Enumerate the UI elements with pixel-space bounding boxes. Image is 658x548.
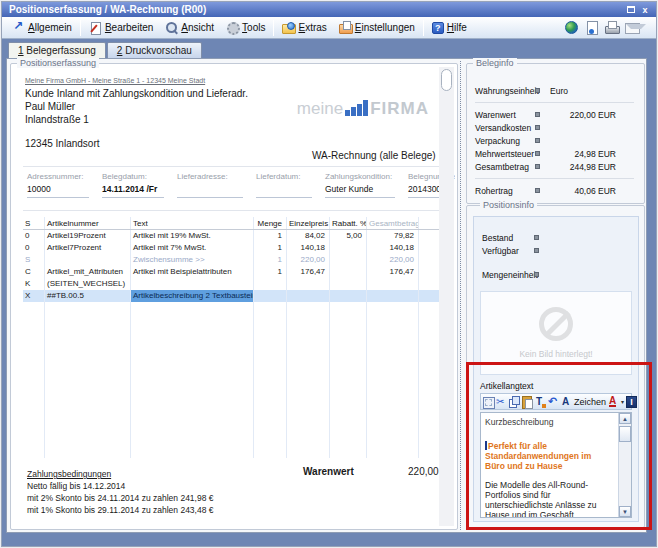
table-cell[interactable]: 79,82	[367, 230, 419, 242]
mail-icon[interactable]	[625, 21, 638, 34]
table-cell[interactable]: Artikel_mit_Attributen	[45, 266, 131, 278]
table-cell[interactable]	[254, 278, 287, 290]
folder-settings-icon	[339, 21, 352, 34]
font-icon[interactable]	[561, 396, 572, 408]
table-cell[interactable]: (SEITEN_WECHSEL)	[45, 278, 131, 290]
table-cell[interactable]	[45, 254, 131, 266]
restore-window-button[interactable]	[624, 4, 638, 16]
table-cell[interactable]	[330, 266, 367, 278]
table-cell[interactable]: Artikel mit 19% MwSt.	[131, 230, 254, 242]
table-cell[interactable]	[367, 278, 419, 290]
table-cell[interactable]: 176,47	[287, 266, 330, 278]
table-cell[interactable]	[330, 278, 367, 290]
menu-item-hilfe[interactable]: Hilfe	[426, 20, 473, 36]
content-area: 1 Belegerfassung2 Druckvorschau Position…	[2, 40, 656, 546]
table-cell[interactable]	[131, 278, 254, 290]
font-color-icon[interactable]	[608, 396, 619, 408]
document-icon[interactable]	[585, 21, 598, 34]
field-label: Lieferdatum:	[256, 172, 320, 184]
menu-item-label: Tools	[242, 22, 265, 33]
panel-splitter[interactable]	[460, 61, 461, 530]
dropdown-caret-icon[interactable]: ▾	[621, 396, 624, 408]
table-cell[interactable]: Artikel mit Beispielattributen	[131, 266, 254, 278]
table-cell[interactable]: 1	[254, 266, 287, 278]
table-cell[interactable]: 0	[23, 230, 45, 242]
table-row[interactable]: K(SEITEN_WECHSEL)	[23, 278, 441, 290]
table-cell[interactable]: ##TB.00.5	[45, 290, 131, 302]
table-cell[interactable]: X	[23, 290, 45, 302]
window-titlebar[interactable]: Positionserfassung / WA-Rechnung (R00) x	[2, 2, 656, 17]
tab-1-belegerfassung[interactable]: 1 Belegerfassung	[8, 42, 106, 58]
menu-item-allgemein[interactable]: Allgemein	[6, 19, 78, 36]
globe-icon[interactable]	[565, 21, 578, 34]
menu-item-tools[interactable]: Tools	[220, 19, 271, 36]
table-cell[interactable]: K	[23, 278, 45, 290]
table-row[interactable]: X##TB.00.5Artikelbeschreibung 2 Textbaus…	[23, 290, 441, 302]
table-empty-grid	[23, 302, 441, 458]
table-cell[interactable]: 1	[254, 230, 287, 242]
table-cell[interactable]: 5,00	[330, 230, 367, 242]
menu-item-bearbeiten[interactable]: Bearbeiten	[83, 19, 159, 36]
field-value[interactable]	[256, 184, 312, 198]
field-value[interactable]	[177, 184, 243, 198]
table-cell[interactable]: S	[23, 254, 45, 266]
bold-box-icon[interactable]	[626, 396, 637, 408]
table-row[interactable]: SZwischensumme >>1220,00220,00	[23, 254, 441, 266]
table-cell[interactable]: 140,18	[287, 242, 330, 254]
table-cell[interactable]: Artikel7Prozent	[45, 242, 131, 254]
beleginfo-label: Gesamtbetrag	[475, 162, 535, 172]
cut-icon[interactable]	[496, 396, 507, 408]
undo-icon[interactable]	[548, 396, 559, 408]
tab-2-druckvorschau[interactable]: 2 Druckvorschau	[107, 42, 202, 58]
table-row[interactable]: CArtikel_mit_AttributenArtikel mit Beisp…	[23, 266, 441, 278]
table-cell[interactable]	[330, 242, 367, 254]
table-cell[interactable]	[367, 290, 419, 302]
table-row[interactable]: 0Artikel19ProzentArtikel mit 19% MwSt.18…	[23, 230, 441, 242]
beleginfo-value: 24,98 EUR	[546, 149, 634, 159]
menu-item-ansicht[interactable]: Ansicht	[159, 19, 220, 36]
scroll-down-button[interactable]: ▼	[619, 506, 631, 517]
table-row[interactable]: 0Artikel7ProzentArtikel mit 7% MwSt.1140…	[23, 242, 441, 254]
copy-icon[interactable]	[509, 396, 520, 408]
document-scrollbar[interactable]	[439, 67, 454, 526]
table-cell[interactable]: 1	[254, 254, 287, 266]
table-cell[interactable]: 1	[254, 242, 287, 254]
table-cell[interactable]	[330, 290, 367, 302]
menubar-items: AllgemeinBearbeitenAnsichtToolsExtrasEin…	[6, 19, 473, 36]
close-window-button[interactable]: x	[638, 4, 652, 16]
table-cell[interactable]: 220,00	[367, 254, 419, 266]
field-value[interactable]: Guter Kunde	[325, 184, 395, 198]
selection-frame-icon[interactable]	[483, 396, 494, 408]
scrollbar-thumb[interactable]	[619, 426, 631, 442]
printer-icon[interactable]	[605, 21, 618, 34]
table-cell[interactable]: Artikel mit 7% MwSt.	[131, 242, 254, 254]
table-cell[interactable]: 84,02	[287, 230, 330, 242]
table-cell[interactable]	[287, 290, 330, 302]
menu-item-einstellungen[interactable]: Einstellungen	[333, 19, 421, 36]
artikellangtext-textarea[interactable]: Kurzbeschreibung Perfekt für alle Standa…	[480, 412, 632, 518]
table-cell[interactable]: 140,18	[367, 242, 419, 254]
format-painter-icon[interactable]	[535, 396, 546, 408]
menu-item-extras[interactable]: Extras	[276, 19, 332, 36]
field-value[interactable]: 10000	[27, 184, 89, 198]
table-cell[interactable]	[330, 254, 367, 266]
textarea-scrollbar[interactable]: ▲ ▼	[618, 413, 631, 517]
table-cell[interactable]: Zwischensumme >>	[131, 254, 254, 266]
table-cell[interactable]: Artikelbeschreibung 2 Textbaustein	[131, 290, 254, 302]
table-cell[interactable]	[254, 290, 287, 302]
paste-icon[interactable]	[522, 396, 533, 408]
edit-page-icon	[89, 21, 102, 34]
table-cell[interactable]: 176,47	[367, 266, 419, 278]
table-cell[interactable]: 0	[23, 242, 45, 254]
document-preview[interactable]: Meine Firma GmbH - Meine Straße 1 - 1234…	[13, 66, 455, 527]
field-value[interactable]: 14.11.2014 /Fr	[102, 184, 164, 198]
scrollbar-thumb[interactable]	[441, 69, 452, 91]
table-cell[interactable]: 220,00	[287, 254, 330, 266]
field-marker-icon	[534, 248, 539, 253]
header-field-lieferadresse: Lieferadresse:	[177, 172, 251, 198]
table-cell[interactable]: C	[23, 266, 45, 278]
table-cell[interactable]	[287, 278, 330, 290]
menu-separator	[423, 20, 424, 36]
table-cell[interactable]: Artikel19Prozent	[45, 230, 131, 242]
scroll-up-button[interactable]: ▲	[619, 413, 631, 424]
